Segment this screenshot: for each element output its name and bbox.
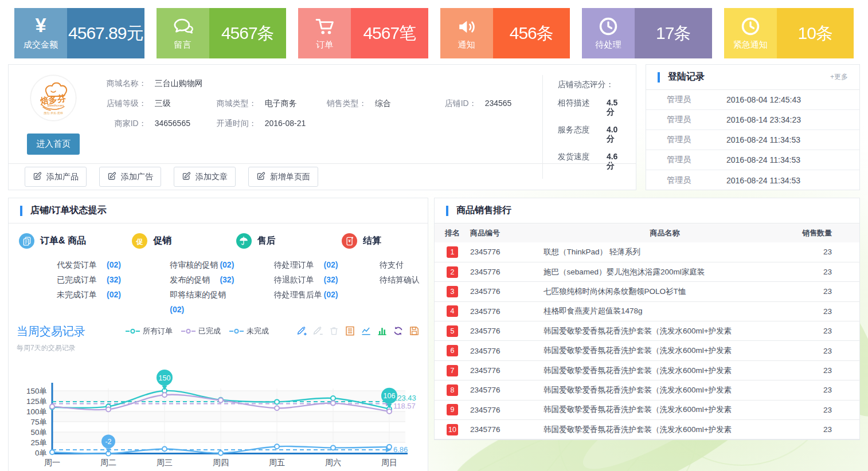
svg-text:150: 150 (159, 374, 171, 382)
umbrella-icon (236, 233, 252, 249)
status-item-count[interactable]: (02) (324, 287, 338, 302)
stat-card-icon-area: 通知 (440, 8, 493, 58)
svg-text:125单: 125单 (26, 397, 47, 406)
status-groups: 订单& 商品 代发货订单 (02) 已完成订单 (32) 未完成订单 (02) … (9, 223, 428, 318)
rank-badge: 10 (447, 424, 458, 435)
login-time: 2016-08-04 12:45:43 (726, 95, 801, 104)
svg-text:0单: 0单 (35, 449, 47, 457)
billing-icon: ¥ (342, 233, 357, 249)
shop-info-field: 店铺ID： 234565 (432, 99, 542, 109)
legend-label: 未完成 (247, 326, 269, 336)
legend-item[interactable]: 已完成 (181, 326, 221, 336)
ratings-title: 店铺动态评分： (558, 80, 625, 90)
stat-card-icon-area: 紧急通知 (724, 8, 777, 58)
stat-card-2[interactable]: 留言 4567条 (157, 8, 287, 58)
login-record-row: 管理员 2016-08-14 23:34:23 (646, 110, 859, 130)
product-name: 联想（ThinkPad） 轻薄系列 (544, 242, 786, 262)
stat-card-icon-area: 留言 (157, 8, 209, 58)
stat-card-5[interactable]: 待处理 17条 (582, 8, 712, 58)
product-name: 韩国爱敬挚爱香氛花香洗护套装（洗发水600ml+护发素 (544, 400, 786, 419)
sales-qty: 23 (786, 360, 859, 380)
status-item-count[interactable]: (02) (107, 257, 121, 272)
status-item-count[interactable]: (32) (220, 272, 234, 287)
status-item-label: 待结算确认 (380, 272, 420, 287)
status-group-name: 订单& 商品 (40, 235, 86, 247)
stat-card-3[interactable]: 订单 4567笔 (298, 8, 428, 58)
login-user: 管理员 (646, 95, 726, 105)
status-panel-title: 店铺/订单状态提示 (30, 205, 106, 217)
field-label: 销售类型： (322, 99, 367, 109)
action-button[interactable]: 新增单页面 (248, 167, 318, 187)
clear-icon[interactable] (329, 325, 339, 336)
clock-icon (740, 16, 761, 37)
stat-card-value: 4567条 (209, 8, 287, 58)
legend-marker (126, 328, 140, 334)
action-button[interactable]: 添加广告 (99, 167, 161, 187)
save-icon[interactable] (409, 325, 420, 336)
product-code: 2345776 (470, 400, 544, 419)
bar-chart-icon[interactable] (377, 325, 388, 336)
field-value: 三级 (155, 99, 171, 109)
chart-legend: 所有订单 已完成 未完成 (126, 326, 269, 336)
rating-row: 相符描述 4.5分 (558, 98, 625, 117)
status-group: 促 促销 待审核的促销 (02) 发布的促销 (32) 即将结束的促销 (02) (132, 233, 236, 317)
line-chart-icon[interactable] (361, 325, 372, 336)
product-name: 韩国爱敬挚爱香氛花香洗护套装（洗发水600ml+护发素 (544, 420, 786, 439)
legend-item[interactable]: 所有订单 (126, 326, 173, 336)
svg-text:周六: 周六 (325, 458, 341, 467)
stat-card-1[interactable]: ¥ 成交金额 4567.89元 (14, 8, 144, 58)
yen-icon: ¥ (30, 16, 51, 37)
login-user: 管理员 (646, 175, 726, 186)
field-value: 34656565 (155, 119, 190, 129)
login-record-row: 管理员 2016-08-24 11:34:53 (646, 150, 859, 170)
stat-card-icon-area: ¥ 成交金额 (14, 8, 67, 58)
status-item: 已完成订单 (32) (57, 272, 121, 287)
legend-item[interactable]: 未完成 (229, 326, 269, 336)
status-item-label: 待审核的促销 (170, 257, 218, 272)
login-user: 管理员 (646, 155, 726, 165)
svg-text:-2: -2 (105, 438, 111, 446)
status-item: 待审核的促销 (02) (170, 257, 234, 272)
chart-subtitle: 每周7天的交易记录 (17, 343, 126, 353)
svg-text:周三: 周三 (157, 458, 173, 467)
status-item-label: 已完成订单 (57, 272, 97, 287)
stat-card-icon-area: 订单 (298, 8, 351, 58)
legend-marker (181, 328, 196, 334)
status-item-count[interactable]: (02) (107, 287, 121, 302)
stat-card-6[interactable]: 紧急通知 10条 (724, 8, 854, 58)
edit-add-icon[interactable] (296, 325, 307, 336)
accent-bar (446, 206, 448, 216)
shop-info-panel: 焙多芬 Beethoven 面包·烘焙·蛋糕 进入首页 商城名称： 三台山购 (8, 64, 636, 190)
dashboard-page: ¥ 成交金额 4567.89元 留言 4567条 订单 4567笔 通知 456… (0, 0, 868, 471)
status-item-count[interactable]: (02) (170, 302, 184, 317)
action-button-label: 添加文章 (196, 172, 228, 182)
action-button-label: 新增单页面 (270, 172, 310, 182)
status-item-count[interactable]: (32) (107, 272, 121, 287)
ranking-row: 2 2345776 施巴（sebamed）婴儿泡泡沐浴露200ml家庭装 23 (435, 262, 859, 281)
status-item: 待处理售后单 (02) (274, 287, 338, 302)
product-code: 2345776 (470, 360, 544, 380)
enter-homepage-button[interactable]: 进入首页 (27, 134, 80, 155)
status-item-count[interactable]: (02) (220, 257, 234, 272)
status-item-count[interactable]: (02) (324, 257, 338, 272)
legend-label: 所有订单 (143, 326, 173, 336)
status-group-name: 售后 (257, 235, 276, 247)
field-label: 店铺ID： (432, 99, 477, 109)
product-code: 2345776 (470, 262, 544, 281)
action-button[interactable]: 添加产品 (25, 167, 87, 187)
action-button[interactable]: 添加文章 (174, 167, 236, 187)
field-value: 234565 (485, 99, 512, 109)
edit-remove-icon[interactable] (312, 325, 323, 336)
svg-text:100单: 100单 (26, 407, 47, 416)
sales-qty: 23 (786, 400, 859, 419)
accent-bar (658, 72, 660, 83)
sales-qty: 23 (786, 341, 859, 360)
weekly-trade-chart[interactable]: 0单25单50单75单100单125单150单周一周二周三周四周五周六周日123… (17, 354, 420, 471)
refresh-icon[interactable] (393, 325, 404, 336)
svg-text:¥: ¥ (35, 16, 46, 36)
more-link[interactable]: +更多 (830, 72, 848, 82)
stat-card-4[interactable]: 通知 456条 (440, 8, 570, 58)
status-item-count[interactable]: (32) (324, 272, 338, 287)
stat-card-label: 成交金额 (24, 40, 58, 50)
data-view-icon[interactable] (345, 325, 355, 336)
